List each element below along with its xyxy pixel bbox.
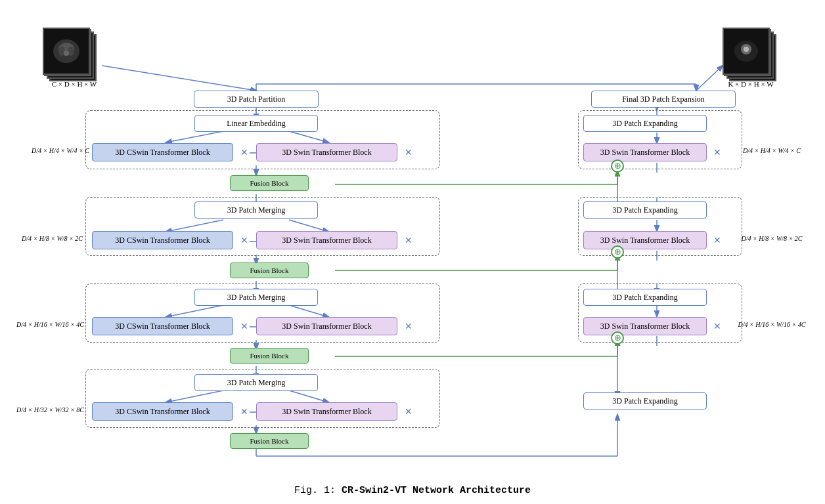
dec-cross-3: ✕: [709, 317, 725, 335]
cross-symbol-2b: ✕: [401, 231, 416, 249]
cswin-block-3: 3D CSwin Transformer Block: [92, 317, 233, 335]
cswin-block-4: 3D CSwin Transformer Block: [92, 402, 233, 421]
cswin-block-1: 3D CSwin Transformer Block: [92, 143, 233, 161]
dim-dec2: D/4 × H/8 × W/8 × 2C: [729, 235, 814, 242]
patch-merging-1: 3D Patch Merging: [194, 201, 318, 219]
final-patch-expansion-box: Final 3D Patch Expansion: [591, 91, 736, 108]
cross-symbol-4b: ✕: [401, 402, 416, 421]
patch-expanding-2: 3D Patch Expanding: [583, 201, 707, 219]
plus-circle-1: ⊕: [611, 159, 624, 173]
dec-cross-1: ✕: [709, 143, 725, 161]
swin-block-2: 3D Swin Transformer Block: [256, 231, 397, 249]
patch-merging-3: 3D Patch Merging: [194, 374, 318, 391]
fusion-block-1: Fusion Block: [230, 175, 309, 191]
svg-point-54: [64, 51, 69, 56]
cross-symbol-4: ✕: [236, 402, 252, 421]
dim-dec3: D/4 × H/16 × W/16 × 4C: [729, 321, 814, 328]
swin-block-4: 3D Swin Transformer Block: [256, 402, 397, 421]
patch-expanding-4: 3D Patch Expanding: [583, 392, 707, 410]
cross-symbol-3: ✕: [236, 317, 252, 335]
swin-block-3: 3D Swin Transformer Block: [256, 317, 397, 335]
output-dim-label: K × D × H × W: [721, 80, 780, 88]
input-dim-label: C × D × H × W: [45, 80, 104, 88]
dim-enc1: D/4 × H/4 × W/4 × C: [12, 147, 89, 154]
dim-dec1: D/4 × H/4 × W/4 × C: [729, 147, 814, 154]
plus-circle-3: ⊕: [611, 331, 624, 345]
dec-swin-block-1: 3D Swin Transformer Block: [583, 143, 707, 161]
linear-embedding-box: Linear Embedding: [194, 115, 318, 132]
dec-swin-block-3: 3D Swin Transformer Block: [583, 317, 707, 335]
cross-symbol-1b: ✕: [401, 143, 416, 161]
patch-partition-box: 3D Patch Partition: [194, 91, 319, 108]
dec-swin-block-2: 3D Swin Transformer Block: [583, 231, 707, 249]
patch-merging-2: 3D Patch Merging: [194, 289, 318, 306]
cswin-block-2: 3D CSwin Transformer Block: [92, 231, 233, 249]
dec-cross-2: ✕: [709, 231, 725, 249]
dim-enc3: D/4 × H/16 × W/16 × 4C: [1, 321, 84, 328]
cross-symbol-1: ✕: [236, 143, 252, 161]
svg-point-57: [744, 47, 749, 52]
dim-enc2: D/4 × H/8 × W/8 × 2C: [5, 235, 83, 242]
cross-symbol-3b: ✕: [401, 317, 416, 335]
patch-expanding-3: 3D Patch Expanding: [583, 289, 707, 306]
svg-line-30: [696, 66, 723, 91]
dim-enc4: D/4 × H/32 × W/32 × 8C: [1, 406, 84, 413]
fusion-block-3: Fusion Block: [230, 348, 309, 364]
diagram: C × D × H × W K × D × H × W 3D Patch Par…: [0, 0, 825, 504]
fusion-block-2: Fusion Block: [230, 262, 309, 278]
figure-caption: Fig. 1: CR-Swin2-VT Network Architecture: [294, 485, 531, 496]
swin-block-1: 3D Swin Transformer Block: [256, 143, 397, 161]
svg-line-0: [102, 66, 256, 91]
cross-symbol-2: ✕: [236, 231, 252, 249]
fusion-block-4: Fusion Block: [230, 433, 309, 449]
patch-expanding-1: 3D Patch Expanding: [583, 115, 707, 132]
plus-circle-2: ⊕: [611, 245, 624, 259]
